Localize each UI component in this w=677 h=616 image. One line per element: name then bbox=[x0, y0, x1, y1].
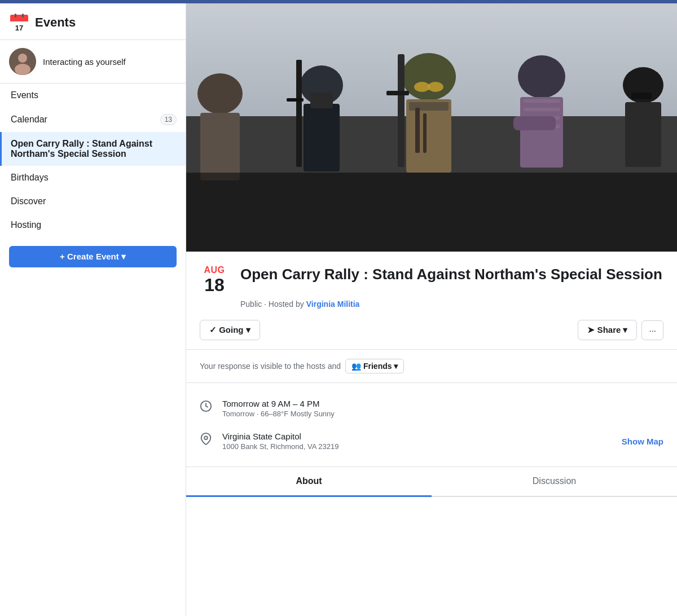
response-visibility: Your response is visible to the hosts an… bbox=[186, 350, 677, 383]
event-date-block: AUG 18 bbox=[200, 265, 229, 295]
svg-rect-31 bbox=[625, 102, 661, 167]
time-info-row: Tomorrow at 9 AM – 4 PM Tomorrow · 66–88… bbox=[200, 392, 663, 425]
svg-rect-2 bbox=[10, 18, 28, 21]
event-details: AUG 18 Open Carry Rally : Stand Against … bbox=[186, 252, 677, 309]
svg-rect-21 bbox=[296, 60, 302, 167]
svg-text:17: 17 bbox=[15, 24, 23, 32]
tab-discussion[interactable]: Discussion bbox=[432, 467, 677, 497]
svg-point-23 bbox=[518, 55, 565, 98]
location-icon bbox=[200, 433, 213, 446]
share-button[interactable]: ➤ Share ▾ bbox=[578, 320, 637, 340]
svg-rect-14 bbox=[386, 91, 409, 95]
event-title: Open Carry Rally : Stand Against Northam… bbox=[240, 265, 662, 284]
show-map-link[interactable]: Show Map bbox=[622, 437, 663, 446]
svg-rect-36 bbox=[423, 113, 427, 153]
svg-rect-32 bbox=[631, 93, 652, 99]
location-primary: Virginia State Capitol bbox=[222, 432, 613, 441]
svg-rect-24 bbox=[520, 97, 563, 168]
svg-rect-37 bbox=[186, 173, 677, 252]
tab-about[interactable]: About bbox=[186, 467, 432, 497]
location-secondary: 1000 Bank St, Richmond, VA 23219 bbox=[222, 442, 613, 451]
location-info-text: Virginia State Capitol 1000 Bank St, Ric… bbox=[222, 432, 613, 451]
svg-rect-29 bbox=[513, 116, 556, 130]
sidebar-item-discover[interactable]: Discover bbox=[0, 190, 186, 213]
svg-rect-4 bbox=[15, 14, 16, 17]
svg-rect-13 bbox=[398, 54, 405, 167]
svg-point-17 bbox=[428, 82, 443, 92]
time-secondary: Tomorrow · 66–88°F Mostly Sunny bbox=[222, 410, 663, 418]
crowd-scene bbox=[186, 3, 677, 252]
right-buttons: ➤ Share ▾ ··· bbox=[578, 320, 663, 340]
more-button[interactable]: ··· bbox=[641, 320, 663, 340]
svg-rect-5 bbox=[22, 14, 24, 17]
sidebar: 17 Events Interacting as yourself Events bbox=[0, 3, 186, 616]
event-month: AUG bbox=[204, 265, 225, 275]
svg-rect-26 bbox=[524, 108, 560, 111]
host-prefix: Public · Hosted by bbox=[240, 300, 304, 309]
tabs-section: About Discussion bbox=[186, 467, 677, 497]
sidebar-item-birthdays[interactable]: Birthdays bbox=[0, 166, 186, 190]
calendar-badge: 13 bbox=[160, 114, 177, 125]
sidebar-item-hosting[interactable]: Hosting bbox=[0, 213, 186, 237]
host-link[interactable]: Virginia Militia bbox=[306, 300, 360, 309]
calendar-icon: 17 bbox=[9, 12, 29, 33]
time-primary: Tomorrow at 9 AM – 4 PM bbox=[222, 399, 663, 408]
svg-rect-19 bbox=[304, 104, 340, 171]
svg-rect-22 bbox=[287, 98, 304, 102]
svg-point-16 bbox=[414, 82, 430, 92]
svg-point-33 bbox=[197, 73, 243, 114]
sidebar-header: 17 Events bbox=[0, 3, 186, 40]
svg-point-11 bbox=[402, 53, 456, 100]
sidebar-item-active-event[interactable]: Open Carry Rally : Stand Against Northam… bbox=[0, 132, 186, 166]
svg-point-8 bbox=[15, 64, 30, 75]
svg-rect-20 bbox=[310, 93, 333, 108]
event-day: 18 bbox=[204, 275, 225, 295]
friends-dropdown[interactable]: 👥 Friends ▾ bbox=[345, 359, 404, 373]
sidebar-title: Events bbox=[35, 15, 76, 30]
clock-icon bbox=[200, 400, 213, 413]
main-content: AUG 18 Open Carry Rally : Stand Against … bbox=[186, 3, 677, 616]
location-info-row: Virginia State Capitol 1000 Bank St, Ric… bbox=[200, 425, 663, 457]
sidebar-item-calendar[interactable]: Calendar 13 bbox=[0, 107, 186, 132]
avatar bbox=[9, 48, 36, 75]
event-host-line: Public · Hosted by Virginia Militia bbox=[240, 300, 663, 309]
response-text: Your response is visible to the hosts an… bbox=[200, 362, 341, 371]
user-label: Interacting as yourself bbox=[43, 57, 126, 67]
svg-point-39 bbox=[204, 437, 208, 440]
svg-rect-15 bbox=[409, 102, 449, 111]
svg-rect-34 bbox=[200, 113, 240, 181]
sidebar-item-events[interactable]: Events bbox=[0, 83, 186, 107]
action-buttons: ✓ Going ▾ ➤ Share ▾ ··· bbox=[186, 320, 677, 350]
svg-point-7 bbox=[18, 54, 27, 63]
user-section[interactable]: Interacting as yourself bbox=[0, 40, 186, 83]
event-cover bbox=[186, 3, 677, 252]
svg-rect-25 bbox=[524, 99, 560, 103]
svg-rect-35 bbox=[415, 108, 420, 153]
event-date-title: AUG 18 Open Carry Rally : Stand Against … bbox=[200, 265, 663, 295]
event-info: Tomorrow at 9 AM – 4 PM Tomorrow · 66–88… bbox=[186, 383, 677, 467]
time-info-text: Tomorrow at 9 AM – 4 PM Tomorrow · 66–88… bbox=[222, 399, 663, 418]
create-event-button[interactable]: + Create Event ▾ bbox=[9, 246, 177, 267]
going-button[interactable]: ✓ Going ▾ bbox=[200, 320, 260, 340]
